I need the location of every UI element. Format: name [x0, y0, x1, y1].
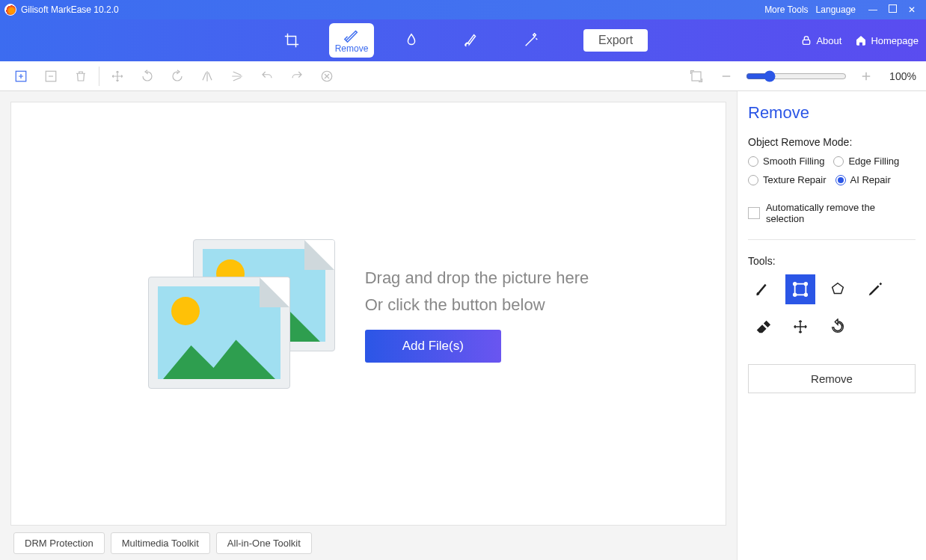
about-label: About: [816, 35, 841, 46]
zoom-label: 100%: [886, 70, 920, 82]
zoom-slider[interactable]: [746, 70, 847, 82]
redo-button[interactable]: [282, 64, 312, 88]
title-bar: Gilisoft MarkEase 10.2.0 More Tools Lang…: [0, 0, 926, 19]
dropzone-text-1: Drag and drop the picture here: [365, 265, 589, 291]
window-close-button[interactable]: [902, 4, 922, 15]
tool-rectangle[interactable]: [785, 274, 815, 304]
main-ribbon: Remove Export About Homepage: [0, 19, 926, 61]
app-title: Gilisoft MarkEase 10.2.0: [21, 4, 119, 15]
svg-point-6: [794, 283, 797, 286]
clear-button[interactable]: [312, 64, 342, 88]
fit-screen-button[interactable]: [681, 64, 711, 88]
checkbox-icon: [748, 207, 760, 219]
radio-ai-label: AI Repair: [850, 174, 891, 185]
auto-remove-checkbox[interactable]: Automatically remove the selection: [748, 202, 916, 224]
svg-rect-5: [795, 284, 806, 295]
secondary-toolbar: 100%: [0, 61, 926, 91]
footer-drm[interactable]: DRM Protection: [13, 532, 105, 554]
add-image-button[interactable]: [6, 64, 36, 88]
mode-label: Object Remove Mode:: [748, 136, 916, 148]
rotate-right-button[interactable]: [162, 64, 192, 88]
tool-pen[interactable]: [860, 274, 890, 304]
language-link[interactable]: Language: [816, 4, 856, 15]
svg-point-9: [805, 294, 808, 297]
move-tool-button[interactable]: [102, 64, 132, 88]
svg-point-7: [805, 283, 808, 286]
radio-smooth-filling[interactable]: Smooth Filling: [748, 156, 824, 167]
tool-move[interactable]: [785, 312, 815, 342]
zoom-in-button[interactable]: [851, 64, 881, 88]
add-files-button[interactable]: Add File(s): [365, 330, 501, 363]
homepage-link[interactable]: Homepage: [855, 34, 919, 46]
auto-remove-label: Automatically remove the selection: [766, 202, 916, 224]
tool-brush[interactable]: [748, 274, 778, 304]
zoom-control: 100%: [711, 64, 920, 88]
svg-point-8: [794, 294, 797, 297]
panel-title: Remove: [748, 103, 916, 123]
radio-edge-filling[interactable]: Edge Filling: [833, 156, 899, 167]
side-panel: Remove Object Remove Mode: Smooth Fillin…: [738, 91, 926, 560]
radio-texture-label: Texture Repair: [763, 174, 827, 185]
delete-button[interactable]: [66, 64, 96, 88]
svg-rect-0: [803, 40, 810, 44]
canvas-area: Drag and drop the picture here Or click …: [0, 91, 738, 560]
lock-icon: [800, 34, 812, 46]
window-maximize-button[interactable]: [883, 4, 902, 15]
tool-reset[interactable]: [823, 312, 853, 342]
rotate-left-button[interactable]: [132, 64, 162, 88]
remove-action-button[interactable]: Remove: [748, 364, 916, 393]
zoom-out-button[interactable]: [711, 64, 741, 88]
dropzone-text-2: Or click the button below: [365, 292, 589, 318]
homepage-label: Homepage: [871, 35, 919, 46]
home-icon: [855, 34, 867, 46]
radio-smooth-label: Smooth Filling: [763, 156, 824, 167]
magic-tool[interactable]: [509, 23, 554, 58]
tools-label: Tools:: [748, 255, 916, 267]
flip-horizontal-button[interactable]: [192, 64, 222, 88]
app-logo-icon: [4, 4, 16, 16]
export-button[interactable]: Export: [583, 29, 648, 52]
tool-polygon[interactable]: [823, 274, 853, 304]
remove-tool[interactable]: Remove: [329, 23, 374, 58]
about-link[interactable]: About: [800, 34, 841, 46]
window-minimize-button[interactable]: [863, 4, 883, 15]
more-tools-link[interactable]: More Tools: [764, 4, 808, 15]
radio-edge-label: Edge Filling: [848, 156, 899, 167]
crop-tool[interactable]: [269, 23, 314, 58]
undo-button[interactable]: [252, 64, 282, 88]
watermark-tool[interactable]: [389, 23, 434, 58]
remove-tool-label: Remove: [335, 43, 369, 54]
svg-rect-4: [692, 72, 701, 81]
dropzone-illustration-icon: [148, 239, 335, 389]
radio-ai-repair[interactable]: AI Repair: [835, 174, 891, 185]
drop-zone[interactable]: Drag and drop the picture here Or click …: [10, 102, 726, 526]
tool-eraser[interactable]: [748, 312, 778, 342]
flip-vertical-button[interactable]: [222, 64, 252, 88]
brush-tool[interactable]: [449, 23, 494, 58]
footer-links: DRM Protection Multimedia Toolkit All-in…: [10, 526, 726, 560]
footer-multimedia[interactable]: Multimedia Toolkit: [111, 532, 210, 554]
footer-allinone[interactable]: All-in-One Toolkit: [216, 532, 312, 554]
remove-image-button[interactable]: [36, 64, 66, 88]
radio-texture-repair[interactable]: Texture Repair: [748, 174, 827, 185]
